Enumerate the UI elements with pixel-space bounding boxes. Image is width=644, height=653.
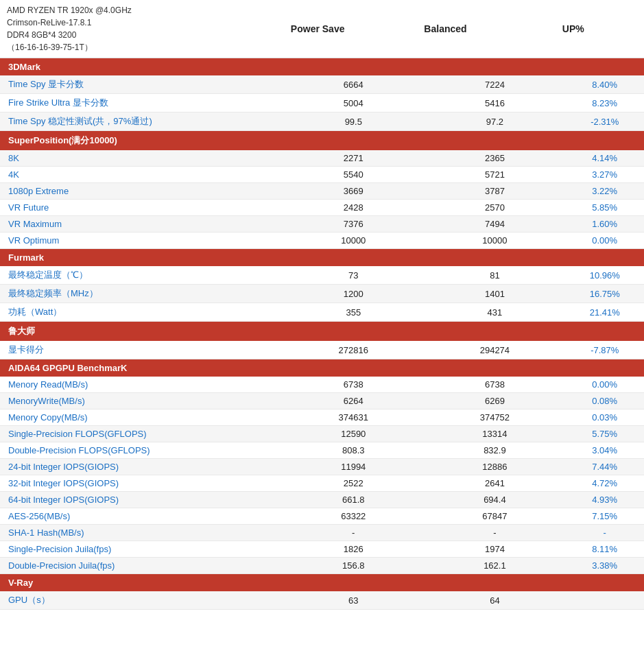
balanced-value: 7494 [424, 216, 565, 233]
section-title: V-Ray [0, 574, 644, 592]
table-row: 1080p Extreme 3669 3787 3.22% [0, 183, 644, 200]
up-pct-value: 8.23% [565, 94, 644, 112]
table-row: 4K 5540 5721 3.27% [0, 167, 644, 183]
table-row: 24-bit Integer IOPS(GIOPS) 11994 12886 7… [0, 459, 644, 475]
row-label: Single-Precision Juila(fps) [0, 541, 283, 558]
row-label: 功耗（Watt） [0, 303, 283, 322]
row-label: SHA-1 Hash(MB/s) [0, 525, 283, 541]
power-save-value: 661.8 [283, 492, 424, 508]
power-save-value: 63 [283, 591, 424, 610]
section-title: 鲁大师 [0, 322, 644, 342]
section-title: SuperPosition(满分10000) [0, 131, 644, 151]
system-info: AMD RYZEN TR 1920x @4.0GHz Crimson-ReLiv… [7, 4, 254, 54]
power-save-value: 808.3 [283, 442, 424, 459]
power-save-value: 10000 [283, 233, 424, 249]
up-pct-value: -7.87% [565, 341, 644, 359]
table-row: SHA-1 Hash(MB/s) - - - [0, 525, 644, 541]
row-label: VR Optimum [0, 233, 283, 249]
balanced-value: 294274 [424, 341, 565, 359]
row-label: 最终稳定频率（MHz） [0, 285, 283, 303]
power-save-value: 6664 [283, 75, 424, 94]
column-headers: Power Save Balanced UP% [254, 23, 637, 34]
balanced-value: - [424, 525, 565, 541]
balanced-value: 431 [424, 303, 565, 322]
balanced-value: 7224 [424, 75, 565, 94]
row-label: 24-bit Integer IOPS(GIOPS) [0, 459, 283, 475]
up-pct-value: 7.44% [565, 459, 644, 475]
system-line2: Crimson-ReLive-17.8.1 [7, 16, 254, 29]
table-row: Time Spy 显卡分数 6664 7224 8.40% [0, 75, 644, 94]
power-save-value: 374631 [283, 409, 424, 426]
balanced-value: 1974 [424, 541, 565, 558]
table-row: VR Future 2428 2570 5.85% [0, 200, 644, 216]
row-label: 32-bit Integer IOPS(GIOPS) [0, 475, 283, 492]
balanced-value: 162.1 [424, 558, 565, 574]
power-save-value: 5004 [283, 94, 424, 112]
table-row: Menory Copy(MB/s) 374631 374752 0.03% [0, 409, 644, 426]
table-row: MenoryWrite(MB/s) 6264 6269 0.08% [0, 393, 644, 409]
row-label: VR Maximum [0, 216, 283, 233]
balanced-value: 3787 [424, 183, 565, 200]
power-save-header: Power Save [254, 23, 381, 34]
row-label: Time Spy 显卡分数 [0, 75, 283, 94]
table-row: 8K 2271 2365 4.14% [0, 150, 644, 167]
power-save-value: 1200 [283, 285, 424, 303]
row-label: Menory Copy(MB/s) [0, 409, 283, 426]
system-line3: DDR4 8GB*4 3200 [7, 29, 254, 41]
row-label: 64-bit Integer IOPS(GIOPS) [0, 492, 283, 508]
balanced-value: 5416 [424, 94, 565, 112]
power-save-value: 2271 [283, 150, 424, 167]
section-header-4: AIDA64 GPGPU BenchmarK [0, 359, 644, 377]
up-pct-value: 8.11% [565, 541, 644, 558]
row-label: 4K [0, 167, 283, 183]
up-pct-value: 4.72% [565, 475, 644, 492]
balanced-value: 81 [424, 266, 565, 285]
up-pct-header: UP% [510, 23, 637, 34]
section-title: AIDA64 GPGPU BenchmarK [0, 359, 644, 377]
up-pct-value: 10.96% [565, 266, 644, 285]
section-title: Furmark [0, 249, 644, 267]
table-row: VR Optimum 10000 10000 0.00% [0, 233, 644, 249]
power-save-value: 3669 [283, 183, 424, 200]
row-label: Time Spy 稳定性测试(共，97%通过) [0, 112, 283, 131]
table-row: VR Maximum 7376 7494 1.60% [0, 216, 644, 233]
power-save-value: 1826 [283, 541, 424, 558]
table-row: AES-256(MB/s) 63322 67847 7.15% [0, 508, 644, 525]
table-row: Double-Precision FLOPS(GFLOPS) 808.3 832… [0, 442, 644, 459]
balanced-value: 10000 [424, 233, 565, 249]
row-label: Fire Strike Ultra 显卡分数 [0, 94, 283, 112]
table-row: Double-Precision Juila(fps) 156.8 162.1 … [0, 558, 644, 574]
section-header-0: 3DMark [0, 58, 644, 75]
system-line1: AMD RYZEN TR 1920x @4.0GHz [7, 4, 254, 16]
row-label: 显卡得分 [0, 341, 283, 359]
balanced-value: 12886 [424, 459, 565, 475]
power-save-value: 355 [283, 303, 424, 322]
row-label: Single-Precision FLOPS(GFLOPS) [0, 426, 283, 442]
row-label: 最终稳定温度（℃） [0, 266, 283, 285]
section-header-2: Furmark [0, 249, 644, 267]
up-pct-value: 4.14% [565, 150, 644, 167]
row-label: GPU（s） [0, 591, 283, 610]
power-save-value: 156.8 [283, 558, 424, 574]
power-save-value: 5540 [283, 167, 424, 183]
up-pct-value [565, 591, 644, 610]
table-row: 显卡得分 272816 294274 -7.87% [0, 341, 644, 359]
table-row: GPU（s） 63 64 [0, 591, 644, 610]
row-label: Menory Read(MB/s) [0, 377, 283, 393]
up-pct-value: 3.22% [565, 183, 644, 200]
table-row: 64-bit Integer IOPS(GIOPS) 661.8 694.4 4… [0, 492, 644, 508]
power-save-value: 73 [283, 266, 424, 285]
up-pct-value: 0.00% [565, 233, 644, 249]
up-pct-value: 5.85% [565, 200, 644, 216]
up-pct-value: 0.08% [565, 393, 644, 409]
power-save-value: 11994 [283, 459, 424, 475]
table-row: Fire Strike Ultra 显卡分数 5004 5416 8.23% [0, 94, 644, 112]
section-title: 3DMark [0, 58, 644, 75]
up-pct-value: 21.41% [565, 303, 644, 322]
header: AMD RYZEN TR 1920x @4.0GHz Crimson-ReLiv… [0, 0, 644, 58]
power-save-value: - [283, 525, 424, 541]
power-save-value: 99.5 [283, 112, 424, 131]
table-row: Single-Precision Juila(fps) 1826 1974 8.… [0, 541, 644, 558]
up-pct-value: 4.93% [565, 492, 644, 508]
power-save-value: 12590 [283, 426, 424, 442]
